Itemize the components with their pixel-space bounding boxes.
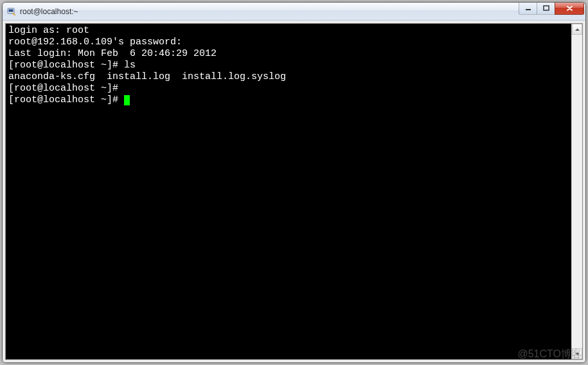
scroll-track[interactable] [572, 35, 582, 348]
terminal-line: Last login: Mon Feb 6 20:46:29 2012 [8, 48, 569, 60]
window-frame: root@localhost:~ login as: rootroot@192.… [2, 2, 586, 363]
minimize-icon [525, 5, 531, 12]
terminal-line: [root@localhost ~]# [8, 94, 569, 106]
window-title: root@localhost:~ [20, 7, 519, 16]
chevron-down-icon [575, 353, 580, 355]
client-area: login as: rootroot@192.168.0.109's passw… [3, 21, 585, 362]
terminal-line: [root@localhost ~]# [8, 83, 569, 94]
svg-rect-2 [526, 9, 531, 10]
svg-rect-3 [544, 6, 549, 10]
terminal-line: login as: root [8, 25, 569, 37]
close-button[interactable] [555, 3, 584, 15]
window-controls [519, 3, 584, 20]
maximize-button[interactable] [537, 3, 555, 15]
titlebar[interactable]: root@localhost:~ [3, 3, 585, 21]
scroll-up-button[interactable] [572, 24, 582, 35]
terminal-line: root@192.168.0.109's password: [8, 37, 569, 48]
maximize-icon [543, 5, 549, 12]
cursor [124, 95, 130, 105]
terminal-output[interactable]: login as: rootroot@192.168.0.109's passw… [6, 24, 571, 359]
putty-icon [6, 6, 17, 17]
terminal-container: login as: rootroot@192.168.0.109's passw… [5, 23, 583, 360]
chevron-up-icon [575, 28, 580, 31]
terminal-line: [root@localhost ~]# ls [8, 60, 569, 71]
close-icon [566, 5, 573, 12]
minimize-button[interactable] [519, 3, 537, 15]
scrollbar[interactable] [571, 24, 582, 359]
svg-rect-1 [9, 9, 13, 12]
terminal-line: anaconda-ks.cfg install.log install.log.… [8, 71, 569, 83]
scroll-down-button[interactable] [572, 348, 582, 359]
